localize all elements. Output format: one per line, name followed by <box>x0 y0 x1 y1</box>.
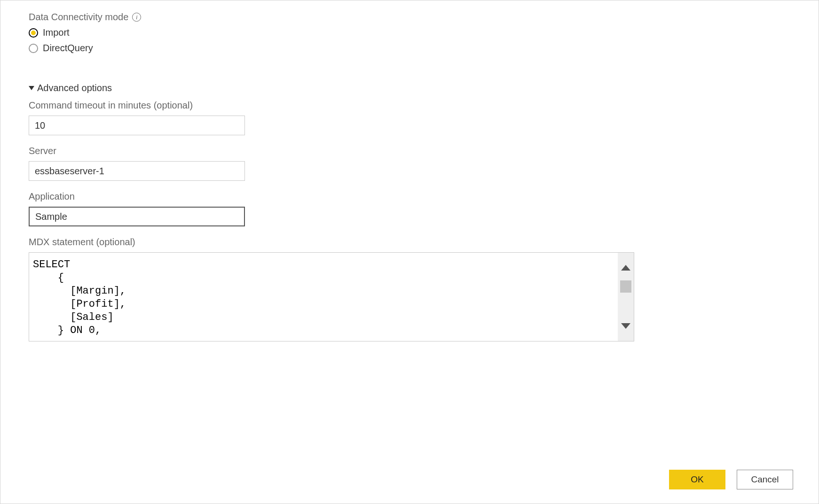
advanced-options-toggle[interactable]: Advanced options <box>29 83 790 93</box>
cancel-button[interactable]: Cancel <box>737 470 793 489</box>
essbase-connector-dialog: Data Connectivity mode i Import DirectQu… <box>0 0 819 504</box>
scroll-thumb[interactable] <box>620 280 631 293</box>
radio-directquery[interactable] <box>29 44 38 53</box>
radio-directquery-row[interactable]: DirectQuery <box>29 43 790 54</box>
chevron-down-icon <box>29 86 34 90</box>
radio-import-row[interactable]: Import <box>29 27 790 38</box>
mdx-textarea[interactable]: SELECT { [Margin], [Profit], [Sales] } O… <box>29 253 618 341</box>
timeout-label: Command timeout in minutes (optional) <box>29 100 790 111</box>
info-icon[interactable]: i <box>132 13 141 22</box>
dialog-footer: OK Cancel <box>669 470 793 489</box>
server-input[interactable] <box>29 161 245 181</box>
advanced-options-label: Advanced options <box>37 83 112 93</box>
timeout-input[interactable] <box>29 116 245 135</box>
mdx-label: MDX statement (optional) <box>29 237 790 248</box>
mdx-scrollbar[interactable] <box>618 253 634 341</box>
application-label: Application <box>29 191 790 202</box>
server-label: Server <box>29 146 790 156</box>
radio-directquery-label: DirectQuery <box>43 43 93 54</box>
radio-import-label: Import <box>43 27 70 38</box>
mdx-textarea-wrap: SELECT { [Margin], [Profit], [Sales] } O… <box>29 252 634 341</box>
radio-import[interactable] <box>29 28 38 38</box>
ok-button[interactable]: OK <box>669 470 725 489</box>
application-input[interactable] <box>29 207 245 226</box>
scroll-down-icon[interactable] <box>621 323 630 329</box>
scroll-up-icon[interactable] <box>621 265 630 271</box>
connectivity-mode-heading: Data Connectivity mode i <box>29 12 790 23</box>
connectivity-mode-label: Data Connectivity mode <box>29 12 128 23</box>
